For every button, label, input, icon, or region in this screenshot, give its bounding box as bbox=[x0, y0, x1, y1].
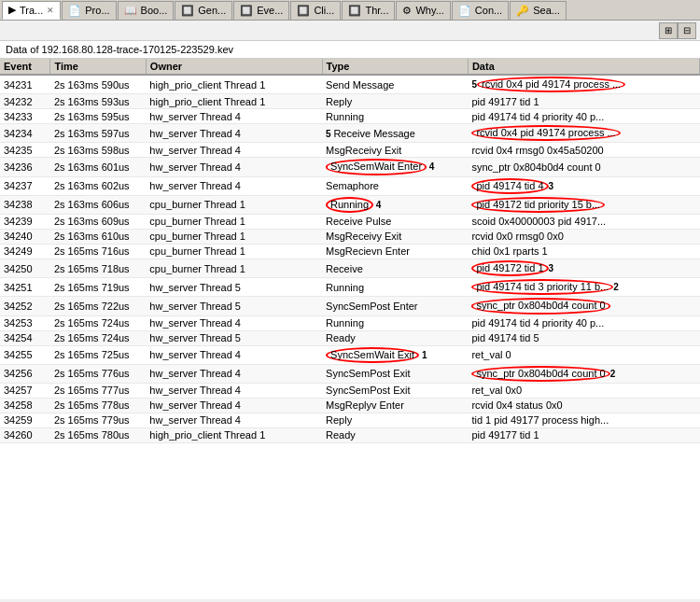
cell-event: 34236 bbox=[0, 158, 50, 176]
cell-event: 34260 bbox=[0, 427, 50, 442]
event-table-container[interactable]: Event Time Owner Type Data 342312s 163ms… bbox=[0, 59, 700, 599]
highlighted-data: pid 49172 tid priority 15 b... bbox=[471, 197, 605, 213]
cell-event: 34259 bbox=[0, 413, 50, 427]
table-row[interactable]: 342372s 163ms 602ushw_server Thread 4Sem… bbox=[0, 176, 700, 195]
tab-icon-pro: 📄 bbox=[68, 5, 81, 17]
cell-data: rcvid 0x0 rmsg0 0x0 bbox=[468, 229, 699, 244]
highlighted-data: rcvid 0x4 pid 49174 process ... bbox=[471, 125, 620, 141]
cell-event: 34233 bbox=[0, 109, 50, 124]
file-path: Data of 192.168.80.128-trace-170125-2235… bbox=[0, 41, 700, 59]
table-row[interactable]: 342322s 163ms 593ushigh_prio_client Thre… bbox=[0, 94, 700, 109]
cell-type: MsgReceivy Exit bbox=[322, 143, 468, 158]
tab-label-tra: Tra... bbox=[20, 5, 43, 16]
cell-type: SyncSemPost Exit bbox=[322, 364, 468, 383]
cell-type: Ready bbox=[322, 330, 468, 345]
tab-tra[interactable]: ▶ Tra... ✕ bbox=[2, 1, 61, 20]
cell-type: Running bbox=[322, 315, 468, 330]
tab-label-thr: Thr... bbox=[365, 5, 388, 16]
col-header-time[interactable]: Time bbox=[50, 59, 146, 75]
cell-time: 2s 163ms 595us bbox=[50, 109, 146, 124]
col-header-owner[interactable]: Owner bbox=[146, 59, 322, 75]
col-header-data[interactable]: Data bbox=[468, 59, 699, 75]
event-table: Event Time Owner Type Data 342312s 163ms… bbox=[0, 59, 700, 443]
tab-eve[interactable]: 🔲 Eve... bbox=[233, 1, 289, 20]
table-row[interactable]: 342562s 165ms 776ushw_server Thread 4Syn… bbox=[0, 364, 700, 383]
restore-button[interactable]: ⊞ bbox=[659, 22, 678, 39]
tab-pro[interactable]: 📄 Pro... bbox=[62, 1, 116, 20]
cell-data: ret_val 0 bbox=[468, 345, 699, 364]
cell-time: 2s 163ms 597us bbox=[50, 124, 146, 143]
cell-time: 2s 163ms 593us bbox=[50, 94, 146, 109]
table-row[interactable]: 342492s 165ms 716uscpu_burner Thread 1Ms… bbox=[0, 244, 700, 259]
table-row[interactable]: 342312s 163ms 590ushigh_prio_client Thre… bbox=[0, 75, 700, 94]
cell-time: 2s 165ms 718us bbox=[50, 259, 146, 277]
cell-time: 2s 165ms 719us bbox=[50, 278, 146, 297]
cell-owner: hw_server Thread 4 bbox=[146, 109, 322, 124]
annotation-number: 4 bbox=[427, 161, 434, 172]
cell-type: SyncSemWait Enter 4 bbox=[322, 158, 468, 176]
cell-time: 2s 163ms 609us bbox=[50, 214, 146, 229]
tab-cli[interactable]: 🔲 Cli... bbox=[290, 1, 341, 20]
cell-owner: high_prio_client Thread 1 bbox=[146, 94, 322, 109]
cell-data: rcvid 0x4 rmsg0 0x45a50200 bbox=[468, 143, 699, 158]
cell-data: ret_val 0x0 bbox=[468, 383, 699, 398]
table-row[interactable]: 342392s 163ms 609uscpu_burner Thread 1Re… bbox=[0, 214, 700, 229]
cell-type: Send Message bbox=[322, 75, 468, 94]
table-row[interactable]: 342582s 165ms 778ushw_server Thread 4Msg… bbox=[0, 398, 700, 413]
cell-owner: hw_server Thread 4 bbox=[146, 315, 322, 330]
tab-icon-eve: 🔲 bbox=[240, 5, 253, 17]
tab-sea[interactable]: 🔑 Sea... bbox=[510, 1, 567, 20]
tab-thr[interactable]: 🔲 Thr... bbox=[342, 1, 395, 20]
table-row[interactable]: 342592s 165ms 779ushw_server Thread 4Rep… bbox=[0, 413, 700, 427]
cell-data: pid 49174 tid 4 priority 40 p... bbox=[468, 315, 699, 330]
cell-event: 34253 bbox=[0, 315, 50, 330]
cell-owner: hw_server Thread 5 bbox=[146, 278, 322, 297]
table-row[interactable]: 342382s 163ms 606uscpu_burner Thread 1Ru… bbox=[0, 195, 700, 214]
tab-close-tra[interactable]: ✕ bbox=[47, 6, 54, 15]
table-row[interactable]: 342332s 163ms 595ushw_server Thread 4Run… bbox=[0, 109, 700, 124]
cell-owner: hw_server Thread 4 bbox=[146, 124, 322, 143]
table-header-row: Event Time Owner Type Data bbox=[0, 59, 700, 75]
table-row[interactable]: 342402s 163ms 610uscpu_burner Thread 1Ms… bbox=[0, 229, 700, 244]
tab-con[interactable]: 📄 Con... bbox=[452, 1, 509, 20]
tab-gen[interactable]: 🔲 Gen... bbox=[175, 1, 232, 20]
view-options-button[interactable]: ⊟ bbox=[678, 22, 696, 39]
cell-time: 2s 163ms 598us bbox=[50, 143, 146, 158]
table-row[interactable]: 342572s 165ms 777ushw_server Thread 4Syn… bbox=[0, 383, 700, 398]
table-row[interactable]: 342512s 165ms 719ushw_server Thread 5Run… bbox=[0, 278, 700, 297]
cell-time: 2s 165ms 778us bbox=[50, 398, 146, 413]
cell-event: 34239 bbox=[0, 214, 50, 229]
table-row[interactable]: 342522s 165ms 722ushw_server Thread 5Syn… bbox=[0, 297, 700, 315]
tab-label-cli: Cli... bbox=[314, 5, 334, 16]
cell-owner: cpu_burner Thread 1 bbox=[146, 195, 322, 214]
table-row[interactable]: 342602s 165ms 780ushigh_prio_client Thre… bbox=[0, 427, 700, 442]
tab-boo[interactable]: 📖 Boo... bbox=[118, 1, 175, 20]
table-row[interactable]: 342352s 163ms 598ushw_server Thread 4Msg… bbox=[0, 143, 700, 158]
tab-label-eve: Eve... bbox=[257, 5, 283, 16]
col-header-type[interactable]: Type bbox=[322, 59, 468, 75]
table-row[interactable]: 342502s 165ms 718uscpu_burner Thread 1Re… bbox=[0, 259, 700, 277]
cell-type: Running bbox=[322, 278, 468, 297]
cell-type: MsgReplyv Enter bbox=[322, 398, 468, 413]
cell-type: Receive Pulse bbox=[322, 214, 468, 229]
tab-label-sea: Sea... bbox=[533, 5, 560, 16]
cell-time: 2s 163ms 590us bbox=[50, 75, 146, 94]
tab-icon-tra: ▶ bbox=[8, 4, 16, 16]
table-row[interactable]: 342342s 163ms 597ushw_server Thread 45 R… bbox=[0, 124, 700, 143]
table-row[interactable]: 342532s 165ms 724ushw_server Thread 4Run… bbox=[0, 315, 700, 330]
cell-event: 34249 bbox=[0, 244, 50, 259]
cell-type: 5 Receive Message bbox=[322, 124, 468, 143]
table-row[interactable]: 342542s 165ms 724ushw_server Thread 5Rea… bbox=[0, 330, 700, 345]
annotation-number-data: 2 bbox=[613, 282, 619, 292]
cell-data: tid 1 pid 49177 process high... bbox=[468, 413, 699, 427]
cell-event: 34240 bbox=[0, 229, 50, 244]
cell-type: Reply bbox=[322, 413, 468, 427]
table-row[interactable]: 342362s 163ms 601ushw_server Thread 4Syn… bbox=[0, 158, 700, 176]
tab-why[interactable]: ⚙ Why... bbox=[396, 1, 450, 20]
col-header-event[interactable]: Event bbox=[0, 59, 50, 75]
table-row[interactable]: 342552s 165ms 725ushw_server Thread 4Syn… bbox=[0, 345, 700, 364]
cell-time: 2s 163ms 610us bbox=[50, 229, 146, 244]
cell-type: Running 4 bbox=[322, 195, 468, 214]
cell-time: 2s 165ms 722us bbox=[50, 297, 146, 315]
cell-event: 34252 bbox=[0, 297, 50, 315]
